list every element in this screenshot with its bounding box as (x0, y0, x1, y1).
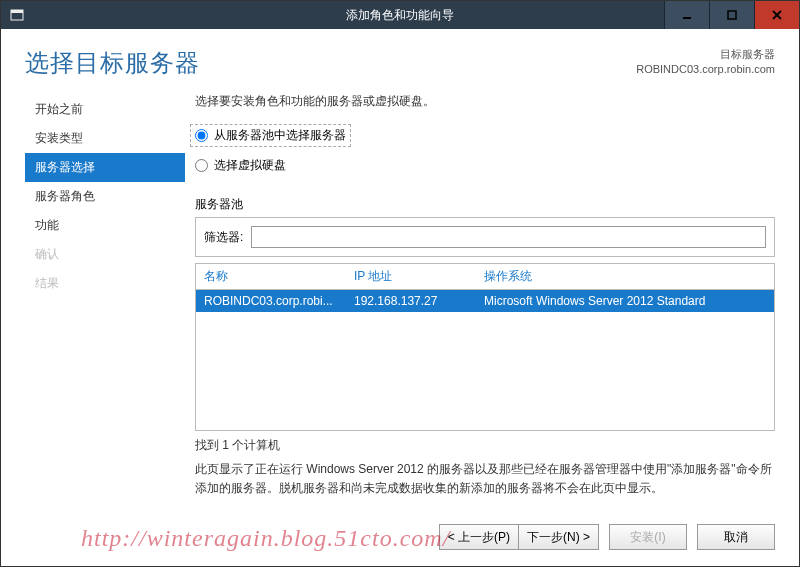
cell-ip: 192.168.137.27 (346, 294, 476, 308)
maximize-button[interactable] (709, 1, 754, 29)
server-table: 名称 IP 地址 操作系统 ROBINDC03.corp.robi... 192… (195, 263, 775, 431)
destination-value: ROBINDC03.corp.robin.com (636, 62, 775, 77)
radio-vhd-label: 选择虚拟硬盘 (214, 157, 286, 174)
filter-box: 筛选器: (195, 217, 775, 257)
destination-label: 目标服务器 (636, 47, 775, 62)
radio-vhd-row[interactable]: 选择虚拟硬盘 (195, 157, 775, 174)
table-body[interactable]: ROBINDC03.corp.robi... 192.168.137.27 Mi… (196, 290, 774, 430)
radio-server-pool[interactable] (195, 129, 208, 142)
app-icon (9, 7, 25, 23)
next-button[interactable]: 下一步(N) > (518, 524, 599, 550)
titlebar: 添加角色和功能向导 (1, 1, 799, 29)
close-button[interactable] (754, 1, 799, 29)
filter-label: 筛选器: (204, 229, 243, 246)
radio-server-pool-label: 从服务器池中选择服务器 (214, 127, 346, 144)
sidebar-item-features[interactable]: 功能 (25, 211, 185, 240)
destination-info: 目标服务器 ROBINDC03.corp.robin.com (636, 47, 775, 78)
col-ip[interactable]: IP 地址 (346, 268, 476, 285)
description-text: 此页显示了正在运行 Windows Server 2012 的服务器以及那些已经… (195, 460, 775, 498)
body: 开始之前 安装类型 服务器选择 服务器角色 功能 确认 结果 选择要安装角色和功… (1, 89, 799, 510)
svg-rect-3 (728, 11, 736, 19)
sidebar-item-server-roles[interactable]: 服务器角色 (25, 182, 185, 211)
found-count: 找到 1 个计算机 (195, 437, 775, 454)
col-name[interactable]: 名称 (196, 268, 346, 285)
window-title: 添加角色和功能向导 (346, 7, 454, 24)
radio-server-pool-row[interactable]: 从服务器池中选择服务器 (190, 124, 351, 147)
cell-os: Microsoft Windows Server 2012 Standard (476, 294, 774, 308)
page-title: 选择目标服务器 (25, 47, 200, 79)
radio-vhd[interactable] (195, 159, 208, 172)
sidebar-item-server-selection[interactable]: 服务器选择 (25, 153, 185, 182)
nav-button-group: < 上一步(P) 下一步(N) > (439, 524, 599, 550)
table-header: 名称 IP 地址 操作系统 (196, 264, 774, 290)
sidebar-item-results: 结果 (25, 269, 185, 298)
header: 选择目标服务器 目标服务器 ROBINDC03.corp.robin.com (1, 29, 799, 89)
footer-buttons: < 上一步(P) 下一步(N) > 安装(I) 取消 (1, 510, 799, 566)
wizard-window: 添加角色和功能向导 选择目标服务器 目标服务器 ROBINDC03.corp.r… (0, 0, 800, 567)
sidebar-item-before-begin[interactable]: 开始之前 (25, 95, 185, 124)
svg-rect-1 (11, 10, 23, 13)
filter-input[interactable] (251, 226, 766, 248)
table-row[interactable]: ROBINDC03.corp.robi... 192.168.137.27 Mi… (196, 290, 774, 312)
window-controls (664, 1, 799, 29)
cell-name: ROBINDC03.corp.robi... (196, 294, 346, 308)
content-pane: 选择要安装角色和功能的服务器或虚拟硬盘。 从服务器池中选择服务器 选择虚拟硬盘 … (185, 89, 775, 510)
sidebar-item-confirm: 确认 (25, 240, 185, 269)
server-pool-label: 服务器池 (195, 196, 775, 213)
sidebar-item-install-type[interactable]: 安装类型 (25, 124, 185, 153)
instruction-text: 选择要安装角色和功能的服务器或虚拟硬盘。 (195, 93, 775, 110)
minimize-button[interactable] (664, 1, 709, 29)
col-os[interactable]: 操作系统 (476, 268, 774, 285)
cancel-button[interactable]: 取消 (697, 524, 775, 550)
install-button: 安装(I) (609, 524, 687, 550)
radio-group: 从服务器池中选择服务器 选择虚拟硬盘 (195, 124, 775, 180)
prev-button[interactable]: < 上一步(P) (439, 524, 518, 550)
sidebar-nav: 开始之前 安装类型 服务器选择 服务器角色 功能 确认 结果 (25, 89, 185, 510)
